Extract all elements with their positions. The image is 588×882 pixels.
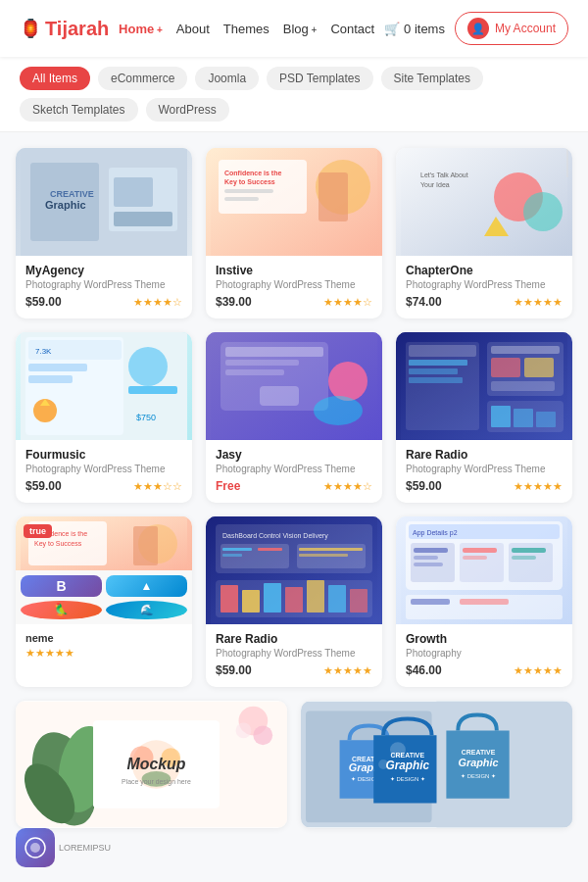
svg-rect-44 bbox=[409, 368, 458, 374]
svg-rect-91 bbox=[512, 548, 546, 553]
product-card-partial-1[interactable]: true Confidence is the Key to Success B bbox=[16, 516, 192, 687]
logo[interactable]: 🏮 Tijarah bbox=[20, 18, 109, 40]
product-stars: ★★★★☆ bbox=[323, 296, 372, 309]
svg-rect-76 bbox=[307, 580, 324, 612]
svg-point-28 bbox=[128, 347, 168, 386]
product-card-jasy[interactable]: Jasy Photography WordPress Theme Free ★★… bbox=[206, 332, 382, 503]
product-card-instive[interactable]: Confidence is the Key to Success Instive… bbox=[206, 148, 382, 318]
nav-blog[interactable]: Blog bbox=[283, 22, 318, 36]
product-info-rareradio: Rare Radio Photography WordPress Theme $… bbox=[396, 440, 572, 503]
cart-button[interactable]: 🛒 0 items bbox=[384, 22, 445, 36]
mockup-card-graphic[interactable]: CREATIVE Graphic ✦ DESIGN ✦ CREATIVE Gra… bbox=[301, 701, 572, 828]
svg-rect-90 bbox=[463, 556, 487, 560]
my-account-button[interactable]: 👤 My Account bbox=[455, 12, 568, 45]
svg-rect-39 bbox=[260, 386, 299, 406]
product-name: MyAgency bbox=[25, 264, 182, 277]
product-info-growth: Growth Photography $46.00 ★★★★★ bbox=[396, 624, 572, 687]
svg-rect-73 bbox=[242, 590, 260, 612]
svg-rect-92 bbox=[512, 556, 536, 560]
svg-rect-8 bbox=[219, 160, 307, 214]
svg-rect-87 bbox=[414, 556, 438, 560]
filter-sketch[interactable]: Sketch Templates bbox=[20, 98, 138, 122]
product-thumb-instive: Confidence is the Key to Success bbox=[206, 148, 382, 256]
svg-rect-77 bbox=[328, 585, 346, 612]
logo-icon: 🏮 bbox=[20, 18, 41, 39]
product-type: Photography WordPress Theme bbox=[216, 648, 372, 659]
svg-rect-89 bbox=[463, 548, 497, 553]
product-price: Free bbox=[216, 479, 240, 493]
product-card-myagency[interactable]: CREATIVE Graphic MyAgency Photography Wo… bbox=[16, 148, 192, 318]
product-price: $46.00 bbox=[406, 663, 442, 677]
product-price: $59.00 bbox=[25, 479, 62, 493]
product-card-rareradio[interactable]: Rare Radio Photography WordPress Theme $… bbox=[396, 332, 572, 503]
mockup-section: Mockup Place your design here CREATIVE G… bbox=[16, 701, 572, 828]
product-price: $59.00 bbox=[216, 663, 252, 677]
product-stars: ★★★★★ bbox=[323, 664, 372, 677]
nav-about[interactable]: About bbox=[176, 22, 210, 36]
product-stars: ★★★★★ bbox=[514, 296, 563, 309]
svg-rect-68 bbox=[258, 548, 282, 551]
product-thumb-rareradio2: DashBoard Control Vision Delivery bbox=[206, 516, 382, 624]
svg-text:Key to Success: Key to Success bbox=[224, 178, 275, 186]
avatar-icon: 👤 bbox=[471, 23, 485, 35]
svg-point-110 bbox=[236, 722, 252, 738]
svg-rect-75 bbox=[285, 587, 303, 612]
product-card-growth[interactable]: App Details p2 Growth bbox=[396, 516, 572, 687]
product-price: $39.00 bbox=[216, 295, 252, 309]
price-row: $46.00 ★★★★★ bbox=[406, 663, 563, 677]
svg-rect-47 bbox=[491, 346, 560, 354]
product-stars: ★★★☆☆ bbox=[133, 480, 182, 493]
product-card-chapterone[interactable]: Let's Talk About Your Idea ChapterOne Ph… bbox=[396, 148, 572, 318]
price-row: $74.00 ★★★★★ bbox=[406, 295, 563, 309]
nav-themes[interactable]: Themes bbox=[223, 22, 270, 36]
svg-rect-93 bbox=[406, 595, 563, 619]
nav-contact[interactable]: Contact bbox=[330, 22, 374, 36]
svg-point-37 bbox=[328, 362, 368, 401]
svg-rect-50 bbox=[491, 381, 555, 391]
product-thumb-partial1: true Confidence is the Key to Success B bbox=[16, 516, 192, 624]
product-info-fourmusic: Fourmusic Photography WordPress Theme $5… bbox=[16, 440, 192, 503]
filter-wordpress[interactable]: WordPress bbox=[146, 98, 229, 122]
nav-home[interactable]: Home bbox=[119, 22, 163, 36]
mockup-card-floral[interactable]: Mockup Place your design here bbox=[16, 701, 287, 828]
svg-rect-53 bbox=[514, 409, 533, 427]
svg-rect-66 bbox=[222, 548, 252, 551]
product-card-fourmusic[interactable]: 7.3K $750 Fourmusic Photography WordPres… bbox=[16, 332, 192, 503]
product-name: Rare Radio bbox=[216, 632, 372, 646]
product-price: $74.00 bbox=[406, 295, 442, 309]
svg-text:Your Idea: Your Idea bbox=[420, 181, 450, 188]
product-card-rareradio2[interactable]: DashBoard Control Vision Delivery bbox=[206, 516, 382, 687]
svg-text:Graphic: Graphic bbox=[458, 757, 498, 768]
filter-joomla[interactable]: Joomla bbox=[195, 67, 259, 90]
svg-text:CREATIVE: CREATIVE bbox=[462, 749, 496, 756]
svg-point-126 bbox=[30, 843, 40, 853]
svg-rect-36 bbox=[225, 369, 284, 375]
product-thumb-rareradio bbox=[396, 332, 572, 440]
filter-ecommerce[interactable]: eCommerce bbox=[98, 67, 187, 90]
svg-text:✦ DESIGN ✦: ✦ DESIGN ✦ bbox=[461, 773, 496, 779]
product-info-instive: Instive Photography WordPress Theme $39.… bbox=[206, 256, 382, 318]
svg-point-19 bbox=[523, 192, 563, 231]
cart-count: 0 items bbox=[404, 22, 445, 36]
svg-rect-60 bbox=[133, 526, 158, 565]
svg-text:Graphic: Graphic bbox=[385, 759, 429, 772]
filter-psd[interactable]: PSD Templates bbox=[267, 67, 372, 90]
svg-rect-45 bbox=[409, 377, 463, 383]
price-row: $59.00 ★★★★★ bbox=[406, 479, 563, 493]
price-row: ★★★★★ bbox=[25, 647, 182, 660]
svg-rect-43 bbox=[409, 360, 467, 366]
svg-point-109 bbox=[253, 725, 272, 745]
filter-site[interactable]: Site Templates bbox=[381, 67, 484, 90]
svg-rect-88 bbox=[414, 563, 443, 566]
product-info-partial1: neme ★★★★★ bbox=[16, 624, 192, 669]
product-price: $59.00 bbox=[406, 479, 442, 493]
svg-rect-70 bbox=[299, 554, 348, 557]
svg-rect-6 bbox=[114, 212, 172, 226]
product-info-myagency: MyAgency Photography WordPress Theme $59… bbox=[16, 256, 192, 318]
svg-rect-94 bbox=[411, 599, 450, 605]
product-thumb-fourmusic: 7.3K $750 bbox=[16, 332, 192, 440]
product-info-jasy: Jasy Photography WordPress Theme Free ★★… bbox=[206, 440, 382, 503]
product-type: neme bbox=[25, 632, 182, 644]
filter-all[interactable]: All Items bbox=[20, 67, 90, 90]
lorem-icon bbox=[16, 828, 55, 867]
